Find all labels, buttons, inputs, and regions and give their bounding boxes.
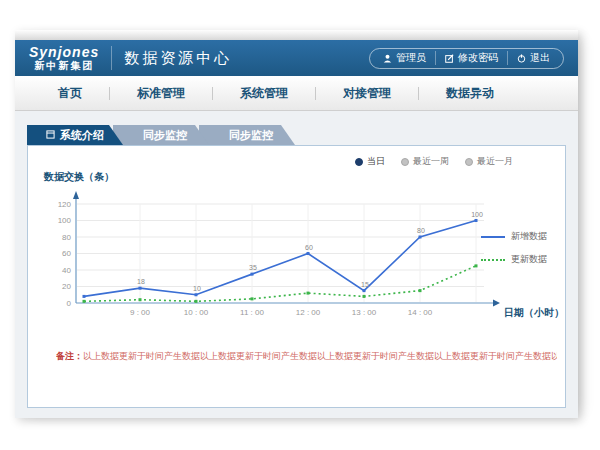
power-icon (517, 54, 526, 63)
radio-icon[interactable] (401, 158, 409, 166)
document-icon (46, 129, 55, 141)
header-divider (111, 46, 112, 70)
filter-label: 最近一月 (477, 155, 513, 168)
filter-label: 当日 (367, 155, 385, 168)
svg-text:14 : 00: 14 : 00 (408, 308, 433, 317)
svg-text:18: 18 (137, 278, 145, 285)
legend-label: 新增数据 (511, 230, 547, 243)
svg-text:60: 60 (305, 244, 313, 251)
footnote-prefix: 备注： (56, 351, 83, 361)
tab-label: 同步监控 (143, 128, 187, 143)
window-top-strip (15, 30, 578, 40)
svg-text:80: 80 (417, 227, 425, 234)
svg-text:40: 40 (62, 266, 71, 275)
chart-legend: 新增数据 更新数据 (481, 230, 547, 266)
content-area: 系统介绍 同步监控 同步监控 当日 最近一周 (15, 111, 578, 418)
svg-text:60: 60 (62, 249, 71, 258)
svg-text:9 : 00: 9 : 00 (130, 308, 151, 317)
svg-text:10 : 00: 10 : 00 (184, 308, 209, 317)
page-title: 数据资源中心 (124, 49, 232, 68)
radio-icon[interactable] (355, 158, 363, 166)
legend-label: 更新数据 (511, 253, 547, 266)
radio-icon[interactable] (465, 158, 473, 166)
filter-label: 最近一周 (413, 155, 449, 168)
legend-entry-new-data: 新增数据 (481, 230, 547, 243)
legend-entry-update-data: 更新数据 (481, 253, 547, 266)
svg-text:20: 20 (62, 282, 71, 291)
legend-line-sample (481, 236, 505, 238)
svg-text:0: 0 (67, 299, 72, 308)
logout-button[interactable]: 退出 (507, 51, 559, 65)
svg-text:13 : 00: 13 : 00 (352, 308, 377, 317)
current-user-button[interactable]: 管理员 (374, 51, 435, 65)
edit-icon (445, 54, 454, 63)
nav-item-home[interactable]: 首页 (31, 85, 109, 102)
brand-logo[interactable]: Synjones 新中新集团 (29, 45, 99, 71)
footnote-text: 以上数据更新于时间产生数据以上数据更新于时间产生数据以上数据更新于时间产生数据以… (83, 351, 557, 361)
user-toolbar: 管理员 修改密码 退出 (369, 48, 564, 69)
tab-label: 同步监控 (229, 128, 273, 143)
svg-text:10: 10 (193, 285, 201, 292)
svg-text:120: 120 (58, 200, 72, 209)
nav-item-data-change[interactable]: 数据异动 (419, 85, 521, 102)
svg-text:80: 80 (62, 233, 71, 242)
y-axis-title: 数据交换（条） (44, 170, 114, 184)
tab-label: 系统介绍 (60, 128, 104, 143)
user-icon (383, 54, 392, 63)
nav-item-standard-mgmt[interactable]: 标准管理 (110, 85, 212, 102)
filter-option-last-month[interactable]: 最近一月 (465, 155, 513, 168)
svg-text:100: 100 (471, 211, 483, 218)
app-window: Synjones 新中新集团 数据资源中心 管理员 修改密码 (15, 30, 578, 418)
tab-bar: 系统介绍 同步监控 同步监控 (27, 125, 295, 145)
nav-item-system-mgmt[interactable]: 系统管理 (213, 85, 315, 102)
change-password-button[interactable]: 修改密码 (435, 51, 507, 65)
svg-text:日期（小时）: 日期（小时） (504, 307, 561, 318)
footnote: 备注：以上数据更新于时间产生数据以上数据更新于时间产生数据以上数据更新于时间产生… (56, 350, 557, 363)
app-header: Synjones 新中新集团 数据资源中心 管理员 修改密码 (15, 40, 578, 76)
chart-panel: 当日 最近一周 最近一月 数据交换（条） 0204060801001209 : … (27, 145, 566, 408)
svg-text:100: 100 (58, 216, 72, 225)
logout-label: 退出 (530, 51, 550, 65)
tab-sync-monitor-2[interactable]: 同步监控 (199, 125, 295, 145)
change-password-label: 修改密码 (458, 51, 498, 65)
svg-text:15: 15 (361, 281, 369, 288)
time-range-filter: 当日 最近一周 最近一月 (355, 155, 513, 168)
svg-text:12 : 00: 12 : 00 (296, 308, 321, 317)
tab-system-intro[interactable]: 系统介绍 (27, 125, 123, 145)
filter-option-last-week[interactable]: 最近一周 (401, 155, 449, 168)
svg-text:35: 35 (249, 264, 257, 271)
main-nav: 首页 标准管理 系统管理 对接管理 数据异动 (15, 76, 578, 111)
legend-line-sample (481, 259, 505, 261)
svg-text:11 : 00: 11 : 00 (240, 308, 264, 317)
nav-item-interface-mgmt[interactable]: 对接管理 (316, 85, 418, 102)
brand-logo-subtext: 新中新集团 (29, 60, 99, 71)
tab-sync-monitor-1[interactable]: 同步监控 (113, 125, 209, 145)
brand-logo-text: Synjones (29, 45, 99, 60)
user-name-label: 管理员 (396, 51, 426, 65)
filter-option-today[interactable]: 当日 (355, 155, 385, 168)
